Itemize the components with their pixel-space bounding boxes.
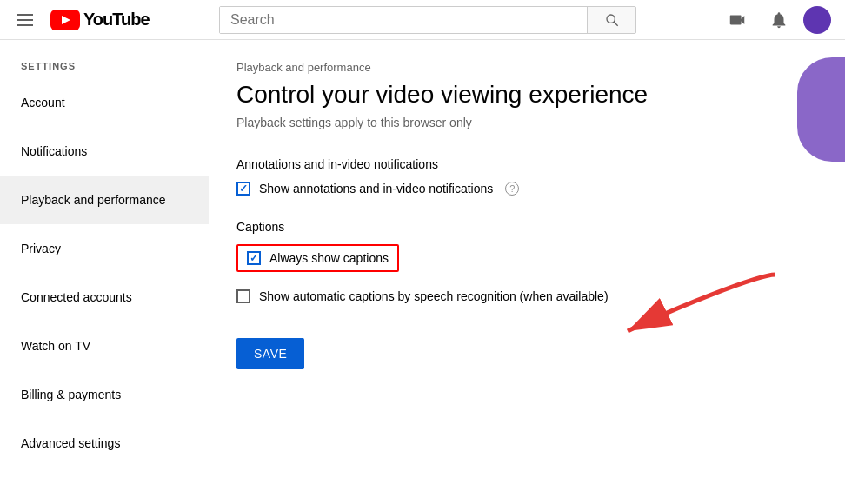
annotations-help-icon[interactable]: ? bbox=[505, 182, 519, 196]
sidebar-item-connected[interactable]: Connected accounts bbox=[0, 273, 209, 322]
captions-group-title: Captions bbox=[236, 220, 817, 234]
save-button[interactable]: SAVE bbox=[236, 338, 304, 369]
avatar[interactable] bbox=[803, 6, 831, 34]
search-bar bbox=[219, 6, 636, 34]
always-captions-label: Always show captions bbox=[269, 251, 389, 265]
hamburger-menu-icon[interactable] bbox=[14, 10, 37, 30]
sidebar: SETTINGS Account Notifications Playback … bbox=[0, 40, 209, 504]
page-subtitle: Playback settings apply to this browser … bbox=[236, 116, 817, 129]
annotations-group-title: Annotations and in-video notifications bbox=[236, 157, 817, 171]
sidebar-item-privacy-label: Privacy bbox=[21, 242, 61, 255]
sidebar-item-account[interactable]: Account bbox=[0, 78, 209, 127]
decorative-blob bbox=[797, 57, 845, 162]
annotations-checkbox[interactable]: ✓ bbox=[236, 182, 250, 196]
search-input[interactable] bbox=[220, 7, 587, 33]
sidebar-item-connected-label: Connected accounts bbox=[21, 290, 132, 304]
sidebar-section-title: SETTINGS bbox=[0, 54, 209, 78]
sidebar-item-watch-tv-label: Watch on TV bbox=[21, 339, 90, 353]
header: YouTube bbox=[0, 0, 845, 40]
auto-captions-row: Show automatic captions by speech recogn… bbox=[236, 289, 817, 303]
sidebar-item-watch-tv[interactable]: Watch on TV bbox=[0, 322, 209, 370]
header-actions bbox=[720, 3, 831, 37]
body: SETTINGS Account Notifications Playback … bbox=[0, 40, 845, 504]
sidebar-item-privacy[interactable]: Privacy bbox=[0, 224, 209, 273]
page-title: Control your video viewing experience bbox=[236, 81, 817, 109]
sidebar-item-account-label: Account bbox=[21, 96, 65, 109]
annotations-checkmark: ✓ bbox=[239, 182, 248, 195]
sidebar-item-playback[interactable]: Playback and performance bbox=[0, 176, 209, 224]
annotations-label: Show annotations and in-video notificati… bbox=[259, 182, 493, 196]
sidebar-item-advanced[interactable]: Advanced settings bbox=[0, 419, 209, 468]
breadcrumb: Playback and performance bbox=[236, 61, 817, 74]
captions-group: Captions ✓ Always show captions Show aut… bbox=[236, 220, 817, 303]
sidebar-item-notifications-label: Notifications bbox=[21, 144, 87, 158]
auto-captions-checkbox[interactable] bbox=[236, 289, 250, 303]
auto-captions-label: Show automatic captions by speech recogn… bbox=[259, 289, 609, 303]
search-button[interactable] bbox=[587, 7, 635, 33]
always-captions-checkmark: ✓ bbox=[250, 252, 258, 264]
youtube-logo-text: YouTube bbox=[83, 10, 150, 30]
annotations-group: Annotations and in-video notifications ✓… bbox=[236, 157, 817, 196]
youtube-logo[interactable]: YouTube bbox=[50, 10, 150, 30]
notifications-button[interactable] bbox=[762, 3, 796, 37]
sidebar-item-playback-label: Playback and performance bbox=[21, 193, 166, 207]
annotations-checkbox-row: ✓ Show annotations and in-video notifica… bbox=[236, 182, 817, 196]
sidebar-item-billing[interactable]: Billing & payments bbox=[0, 370, 209, 419]
youtube-logo-icon bbox=[50, 10, 80, 30]
header-left: YouTube bbox=[14, 10, 205, 30]
sidebar-item-advanced-label: Advanced settings bbox=[21, 436, 120, 450]
always-captions-checkbox[interactable]: ✓ bbox=[247, 251, 261, 265]
svg-point-2 bbox=[607, 15, 615, 23]
upload-button[interactable] bbox=[720, 3, 755, 37]
sidebar-item-billing-label: Billing & payments bbox=[21, 388, 121, 401]
always-captions-row: ✓ Always show captions bbox=[236, 244, 399, 272]
svg-line-3 bbox=[614, 22, 618, 26]
sidebar-item-notifications[interactable]: Notifications bbox=[0, 127, 209, 176]
main-content: Playback and performance Control your vi… bbox=[209, 40, 845, 504]
